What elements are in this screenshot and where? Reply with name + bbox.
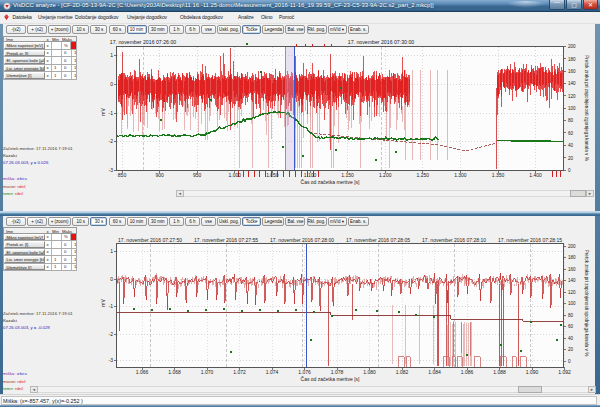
svg-text:200: 200 xyxy=(568,244,576,249)
svg-text:17. november 2016 07:30:00: 17. november 2016 07:30:00 xyxy=(348,39,414,45)
svg-text:200: 200 xyxy=(568,44,576,49)
svg-text:Pretok zraka pri zapolnjenosti: Pretok zraka pri zapolnjenosti zgornjega… xyxy=(584,55,589,160)
svg-text:120: 120 xyxy=(568,290,576,295)
svg-text:-3: -3 xyxy=(109,167,114,173)
svg-text:17. november 2016 07:28:10: 17. november 2016 07:28:10 xyxy=(422,237,486,243)
svg-text:-2: -2 xyxy=(109,138,114,144)
svg-text:140: 140 xyxy=(568,278,576,283)
svg-text:-2: -2 xyxy=(109,331,114,337)
svg-text:160: 160 xyxy=(568,267,576,272)
svg-text:mV: mV xyxy=(100,299,106,307)
svg-text:180: 180 xyxy=(568,255,576,260)
svg-text:1: 1 xyxy=(110,248,113,254)
svg-text:17. november 2016 07:27:55: 17. november 2016 07:27:55 xyxy=(194,237,258,243)
svg-text:80: 80 xyxy=(568,118,574,123)
svg-text:mV: mV xyxy=(100,108,106,116)
svg-text:180: 180 xyxy=(568,57,576,62)
svg-text:40: 40 xyxy=(568,143,574,148)
svg-text:Čas od začetka meritve [s]: Čas od začetka meritve [s] xyxy=(301,376,361,382)
svg-text:80: 80 xyxy=(568,313,574,318)
svg-text:1: 1 xyxy=(110,52,113,58)
svg-text:-3: -3 xyxy=(109,357,114,363)
svg-text:Čas od začetka meritve [s]: Čas od začetka meritve [s] xyxy=(301,179,361,185)
svg-text:17. november 2016 07:26:00: 17. november 2016 07:26:00 xyxy=(110,39,176,45)
svg-text:-1: -1 xyxy=(109,303,114,309)
svg-text:100: 100 xyxy=(568,106,576,111)
svg-text:160: 160 xyxy=(568,69,576,74)
svg-text:17. november 2016 07:27:50: 17. november 2016 07:27:50 xyxy=(118,237,182,243)
svg-text:60: 60 xyxy=(568,131,574,136)
svg-text:17. november 2016 07:28:15: 17. november 2016 07:28:15 xyxy=(498,237,562,243)
svg-text:0: 0 xyxy=(568,359,571,364)
svg-text:Pretok zraka pri zapolnjenosti: Pretok zraka pri zapolnjenosti spodnjega… xyxy=(584,250,589,356)
svg-text:17. november 2016 07:28:00: 17. november 2016 07:28:00 xyxy=(270,237,334,243)
svg-text:17. november 2016 07:28:05: 17. november 2016 07:28:05 xyxy=(346,237,410,243)
svg-text:20: 20 xyxy=(568,156,574,161)
svg-text:0: 0 xyxy=(568,168,571,173)
svg-text:60: 60 xyxy=(568,324,574,329)
svg-text:-1: -1 xyxy=(109,110,114,116)
svg-text:20: 20 xyxy=(568,347,574,352)
svg-text:100: 100 xyxy=(568,301,576,306)
svg-text:0: 0 xyxy=(110,276,113,282)
svg-text:120: 120 xyxy=(568,94,576,99)
svg-text:140: 140 xyxy=(568,81,576,86)
svg-text:0: 0 xyxy=(110,81,113,87)
svg-text:40: 40 xyxy=(568,336,574,341)
